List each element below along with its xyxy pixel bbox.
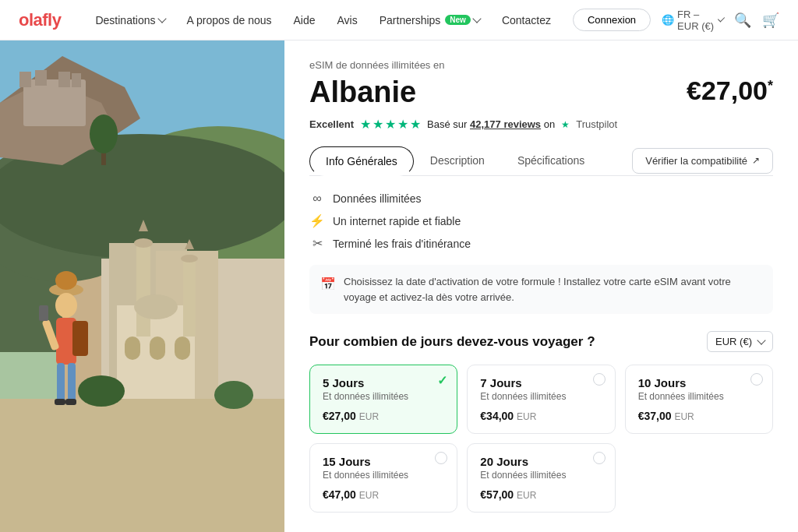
svg-rect-10 (72, 73, 81, 87)
scissors-icon: ✂ (309, 236, 325, 251)
star-5: ★ (410, 117, 421, 132)
svg-rect-38 (68, 363, 76, 402)
duration-section-header: Pour combien de jours devez-vous voyager… (309, 331, 773, 352)
plan-price: €27,00 EUR (323, 410, 444, 422)
plan-card-7days[interactable]: 7 Jours Et données illimitées €34,00 EUR (467, 365, 615, 434)
lightning-icon: ⚡ (309, 213, 325, 228)
compatibility-button[interactable]: Vérifier la compatibilité ↗ (632, 148, 773, 174)
main-layout: eSIM de données illimitées en Albanie €2… (0, 41, 798, 532)
feature-fast: ⚡ Un internet rapide et fiable (309, 213, 773, 228)
feature-unlimited: ∞ Données illimitées (309, 192, 773, 206)
plan-card-15days[interactable]: 15 Jours Et données illimitées €47,00 EU… (309, 443, 457, 513)
svg-rect-26 (175, 336, 190, 360)
nav-item-contactez[interactable]: Contactez (502, 14, 551, 26)
nav-item-destinations[interactable]: Destinations (95, 14, 164, 26)
nav-item-partnerships[interactable]: Partnerships New (380, 14, 480, 26)
plan-price: €47,00 EUR (323, 488, 444, 501)
language-selector[interactable]: 🌐 FR – EUR (€) (662, 9, 723, 32)
activation-note: 📅 Choisissez la date d'activation de vot… (309, 265, 773, 314)
svg-point-23 (134, 294, 178, 319)
svg-point-28 (78, 375, 125, 407)
svg-rect-9 (58, 72, 70, 87)
plan-days: 20 Jours (480, 455, 602, 468)
feature-text-3: Terminé les frais d'itinérance (333, 238, 471, 250)
rating-row: Excellent ★ ★ ★ ★ ★ Basé sur 42,177 revi… (309, 117, 773, 132)
plan-days: 7 Jours (480, 376, 602, 389)
svg-point-32 (55, 293, 77, 318)
review-link[interactable]: 42,177 reviews (470, 118, 541, 130)
svg-rect-27 (0, 399, 284, 532)
svg-rect-24 (125, 336, 140, 360)
chevron-icon (718, 15, 725, 22)
trustpilot-icon: ★ (561, 119, 570, 130)
plan-data: Et données illimitées (638, 391, 760, 402)
star-1: ★ (360, 117, 371, 132)
svg-point-18 (134, 238, 153, 248)
rating-label: Excellent (309, 118, 354, 130)
tab-info-generales[interactable]: Info Générales (309, 146, 414, 176)
search-icon[interactable]: 🔍 (734, 12, 751, 29)
svg-rect-7 (19, 72, 31, 87)
plan-price: €57,00 EUR (480, 488, 602, 501)
cart-icon[interactable]: 🛒 (762, 12, 779, 29)
duration-title: Pour combien de jours devez-vous voyager… (309, 334, 595, 350)
plan-price: €37,00 EUR (638, 410, 760, 422)
radio-button (435, 452, 447, 464)
feature-text-2: Un internet rapide et fiable (333, 215, 461, 227)
nav-right: Connexion 🌐 FR – EUR (€) 🔍 🛒 (573, 9, 779, 32)
external-link-icon: ↗ (752, 155, 760, 166)
product-price: €27,00* (687, 76, 773, 106)
new-badge: New (445, 15, 471, 25)
chevron-icon (157, 14, 166, 23)
logo[interactable]: olafly (19, 10, 61, 30)
star-4: ★ (397, 117, 408, 132)
plan-card-20days[interactable]: 20 Jours Et données illimitées €57,00 EU… (467, 443, 615, 513)
plan-days: 10 Jours (638, 376, 760, 389)
product-title: Albanie (309, 76, 416, 109)
plan-data: Et données illimitées (480, 391, 602, 402)
features-list: ∞ Données illimitées ⚡ Un internet rapid… (309, 192, 773, 251)
navbar: olafly Destinations A propos de nous Aid… (0, 0, 798, 41)
trustpilot-label: Trustpilot (576, 118, 617, 130)
star-3: ★ (385, 117, 396, 132)
svg-rect-37 (57, 363, 65, 402)
svg-rect-36 (39, 305, 48, 321)
currency-select[interactable]: EUR (€) (707, 331, 773, 352)
calendar-icon: 📅 (320, 275, 336, 294)
tab-description[interactable]: Description (414, 146, 501, 175)
infinity-icon: ∞ (309, 192, 325, 206)
destination-image (0, 41, 284, 532)
product-header: Albanie €27,00* (309, 76, 773, 109)
plan-data: Et données illimitées (323, 391, 444, 402)
chevron-icon (472, 14, 481, 23)
svg-rect-8 (35, 70, 47, 86)
svg-rect-17 (136, 243, 150, 336)
svg-point-12 (90, 115, 118, 153)
plan-price: €34,00 EUR (480, 410, 602, 422)
radio-button (593, 373, 606, 386)
globe-icon: 🌐 (662, 14, 674, 26)
stars: ★ ★ ★ ★ ★ (360, 117, 421, 132)
chevron-down-icon (757, 336, 765, 344)
nav-item-apropos[interactable]: A propos de nous (187, 14, 272, 26)
svg-point-31 (55, 271, 77, 290)
plan-data: Et données illimitées (323, 470, 444, 481)
radio-button (593, 452, 606, 464)
product-content: eSIM de données illimitées en Albanie €2… (284, 41, 798, 532)
tab-specifications[interactable]: Spécifications (501, 146, 601, 175)
feature-roaming: ✂ Terminé les frais d'itinérance (309, 236, 773, 251)
nav-item-aide[interactable]: Aide (294, 14, 316, 26)
plan-card-5days[interactable]: 5 Jours Et données illimitées €27,00 EUR (309, 365, 457, 434)
plan-card-10days[interactable]: 10 Jours Et données illimitées €37,00 EU… (625, 365, 773, 434)
tabs: Info Générales Description Spécification… (309, 146, 773, 176)
plan-data: Et données illimitées (480, 470, 602, 481)
plan-days: 15 Jours (323, 455, 444, 468)
star-2: ★ (373, 117, 383, 132)
svg-rect-25 (150, 336, 165, 360)
esim-label: eSIM de données illimitées en (309, 59, 773, 71)
svg-point-21 (181, 255, 198, 262)
connexion-button[interactable]: Connexion (573, 9, 651, 31)
activation-text: Choisissez la date d'activation de votre… (344, 274, 762, 305)
plans-grid: 5 Jours Et données illimitées €27,00 EUR… (309, 365, 773, 513)
nav-item-avis[interactable]: Avis (337, 14, 358, 26)
